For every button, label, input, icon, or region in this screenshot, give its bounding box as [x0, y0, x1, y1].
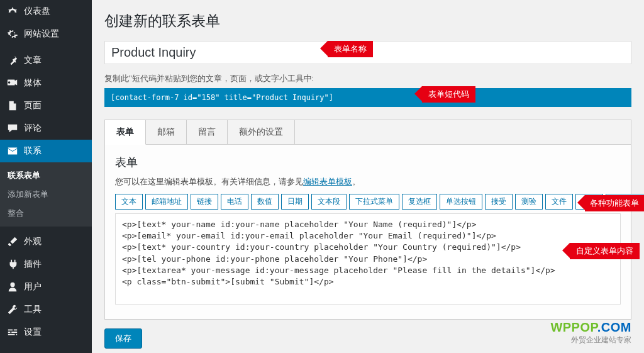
tag-radio[interactable]: 单选按钮 — [440, 194, 482, 210]
sidebar-item-label: 工具 — [24, 304, 42, 315]
sidebar-item-label: 外观 — [24, 236, 42, 247]
sidebar-item-label: 媒体 — [24, 77, 42, 89]
tag-checkbox[interactable]: 复选框 — [402, 194, 437, 210]
tag-quiz[interactable]: 测验 — [515, 194, 543, 210]
sliders-icon — [6, 326, 19, 339]
plug-icon — [6, 258, 19, 271]
tag-acceptance[interactable]: 接受 — [485, 194, 513, 210]
mail-icon — [6, 145, 19, 157]
sidebar-item-label: 页面 — [24, 100, 42, 111]
sidebar-item-site-settings[interactable]: 网站设置 — [0, 23, 92, 45]
media-icon — [6, 77, 19, 89]
form-panel: 表单 邮箱 留言 额外的设置 表单 您可以在这里编辑表单模板。有关详细信息，请参… — [104, 120, 631, 320]
sidebar-item-users[interactable]: 用户 — [0, 276, 92, 298]
admin-sidebar: 仪表盘 网站设置 文章 媒体 页面 评论 联系 联系表单 添加新表单 — [0, 0, 92, 353]
tag-file[interactable]: 文件 — [545, 194, 573, 210]
sidebar-item-label: 设置 — [24, 327, 42, 338]
panel-hint: 您可以在这里编辑表单模板。有关详细信息，请参见编辑表单模板。 — [115, 176, 621, 188]
sidebar-item-settings[interactable]: 设置 — [0, 321, 92, 344]
tag-textarea[interactable]: 文本段 — [311, 194, 347, 210]
dashboard-icon — [6, 5, 19, 18]
sidebar-item-label: 联系 — [24, 145, 42, 157]
sidebar-subitem-integration[interactable]: 整合 — [0, 204, 92, 223]
tag-email[interactable]: 邮箱地址 — [145, 194, 188, 210]
save-button[interactable]: 保存 — [104, 328, 142, 349]
sidebar-item-dashboard[interactable]: 仪表盘 — [0, 0, 92, 23]
sidebar-subitem-add-new[interactable]: 添加新表单 — [0, 185, 92, 204]
gear-icon — [6, 28, 19, 40]
sidebar-item-contact[interactable]: 联系 — [0, 140, 92, 162]
shortcode-hint: 复制此"短代码并粘贴到您的文章，页面，或文字小工具中: — [104, 73, 631, 84]
annotation-title: 表单名称 — [328, 41, 373, 57]
sidebar-item-label: 评论 — [24, 123, 42, 134]
sidebar-item-pages[interactable]: 页面 — [0, 94, 92, 117]
sidebar-item-label: 仪表盘 — [24, 6, 50, 17]
sidebar-submenu: 联系表单 添加新表单 整合 — [0, 162, 92, 227]
annotation-functions: 各种功能表单 — [585, 195, 644, 211]
brand-watermark: WPPOP.COM 外贸企业建站专家 — [550, 320, 631, 345]
page-icon — [6, 99, 19, 112]
sidebar-item-posts[interactable]: 文章 — [0, 49, 92, 72]
sidebar-item-media[interactable]: 媒体 — [0, 72, 92, 94]
annotation-shortcode: 表单短代码 — [422, 86, 475, 103]
tag-text[interactable]: 文本 — [115, 194, 143, 210]
form-template-textarea[interactable] — [115, 213, 621, 305]
sidebar-item-label: 用户 — [24, 281, 42, 293]
tag-date[interactable]: 日期 — [281, 194, 309, 210]
tab-messages[interactable]: 留言 — [187, 120, 228, 144]
sidebar-subitem-contact-forms[interactable]: 联系表单 — [0, 166, 92, 185]
tag-url[interactable]: 链接 — [191, 194, 218, 210]
comment-icon — [6, 122, 19, 135]
sidebar-item-plugins[interactable]: 插件 — [0, 253, 92, 276]
pin-icon — [6, 54, 19, 67]
tab-form[interactable]: 表单 — [105, 120, 146, 145]
annotation-custom-content: 自定义表单内容 — [570, 243, 640, 259]
tag-generator-row: 文本 邮箱地址 链接 电话 数值 日期 文本段 下拉式菜单 复选框 单选按钮 接… — [115, 194, 621, 210]
page-title: 创建新的联系表单 — [104, 11, 631, 31]
sidebar-item-comments[interactable]: 评论 — [0, 117, 92, 140]
panel-tabs: 表单 邮箱 留言 额外的设置 — [105, 120, 631, 145]
brush-icon — [6, 235, 19, 248]
tag-number[interactable]: 数值 — [251, 194, 279, 210]
sidebar-item-label: 文章 — [24, 55, 42, 66]
shortcode-bar[interactable]: [contact-form-7 id="158" title="Product … — [104, 88, 631, 107]
tag-dropdown[interactable]: 下拉式菜单 — [349, 194, 399, 210]
sidebar-item-tools[interactable]: 工具 — [0, 298, 92, 321]
edit-template-link[interactable]: 编辑表单模板 — [303, 177, 352, 186]
sidebar-item-label: 插件 — [24, 259, 42, 270]
wrench-icon — [6, 303, 19, 316]
tag-tel[interactable]: 电话 — [221, 194, 248, 210]
main-content: 创建新的联系表单 表单名称 复制此"短代码并粘贴到您的文章，页面，或文字小工具中… — [92, 0, 644, 353]
tab-mail[interactable]: 邮箱 — [146, 120, 187, 144]
tab-extra-settings[interactable]: 额外的设置 — [228, 120, 295, 144]
panel-heading: 表单 — [115, 155, 621, 170]
user-icon — [6, 281, 19, 293]
sidebar-item-appearance[interactable]: 外观 — [0, 230, 92, 253]
sidebar-item-label: 网站设置 — [24, 28, 59, 40]
